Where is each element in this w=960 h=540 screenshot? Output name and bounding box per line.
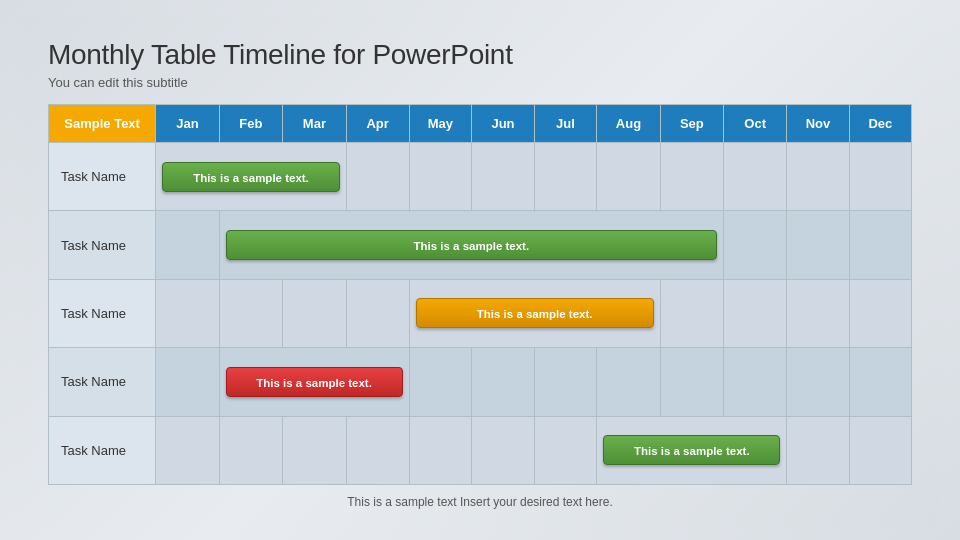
header-month-apr: Apr: [346, 105, 409, 143]
slide-subtitle: You can edit this subtitle: [48, 75, 912, 90]
empty-cell: [409, 143, 472, 211]
table-row: Task Name This is a sample text.: [49, 279, 912, 347]
empty-cell: [660, 279, 723, 347]
header-month-aug: Aug: [597, 105, 660, 143]
task-label: Task Name: [49, 211, 156, 279]
empty-cell: [849, 143, 911, 211]
empty-cell: [849, 416, 911, 484]
header-month-jul: Jul: [534, 105, 596, 143]
table-row: Task Name This is a sample text.: [49, 416, 912, 484]
bar-cell[interactable]: This is a sample text.: [409, 279, 660, 347]
empty-cell: [787, 348, 849, 416]
empty-cell: [534, 143, 596, 211]
empty-cell: [156, 348, 219, 416]
empty-cell: [849, 211, 911, 279]
empty-cell: [472, 143, 535, 211]
timeline-table: Sample Text Jan Feb Mar Apr May Jun Jul …: [48, 104, 912, 485]
empty-cell: [787, 143, 849, 211]
gantt-bar[interactable]: This is a sample text.: [226, 230, 717, 260]
slide-title: Monthly Table Timeline for PowerPoint: [48, 39, 912, 71]
bar-cell[interactable]: This is a sample text.: [156, 143, 346, 211]
empty-cell: [724, 348, 787, 416]
empty-cell: [724, 211, 787, 279]
empty-cell: [472, 416, 535, 484]
header-month-oct: Oct: [724, 105, 787, 143]
empty-cell: [660, 348, 723, 416]
gantt-bar[interactable]: This is a sample text.: [603, 435, 780, 465]
bar-cell[interactable]: This is a sample text.: [219, 211, 723, 279]
empty-cell: [597, 143, 660, 211]
header-label: Sample Text: [49, 105, 156, 143]
task-label: Task Name: [49, 279, 156, 347]
footer-text: This is a sample text Insert your desire…: [48, 495, 912, 509]
empty-cell: [156, 279, 219, 347]
task-label: Task Name: [49, 348, 156, 416]
empty-cell: [409, 348, 472, 416]
empty-cell: [787, 211, 849, 279]
empty-cell: [156, 211, 219, 279]
empty-cell: [346, 279, 409, 347]
empty-cell: [534, 348, 596, 416]
header-month-mar: Mar: [283, 105, 347, 143]
header-month-may: May: [409, 105, 472, 143]
empty-cell: [724, 143, 787, 211]
table-row: Task Name This is a sample text.: [49, 143, 912, 211]
empty-cell: [283, 279, 347, 347]
table-row: Task Name This is a sample text.: [49, 211, 912, 279]
empty-cell: [219, 416, 283, 484]
empty-cell: [346, 143, 409, 211]
header-month-sep: Sep: [660, 105, 723, 143]
empty-cell: [787, 279, 849, 347]
gantt-bar[interactable]: This is a sample text.: [162, 162, 339, 192]
header-month-nov: Nov: [787, 105, 849, 143]
bar-cell[interactable]: This is a sample text.: [597, 416, 787, 484]
header-month-jan: Jan: [156, 105, 219, 143]
gantt-bar[interactable]: This is a sample text.: [416, 298, 654, 328]
header-month-feb: Feb: [219, 105, 283, 143]
empty-cell: [660, 143, 723, 211]
empty-cell: [283, 416, 347, 484]
empty-cell: [156, 416, 219, 484]
task-label: Task Name: [49, 143, 156, 211]
empty-cell: [409, 416, 472, 484]
empty-cell: [472, 348, 535, 416]
header-month-dec: Dec: [849, 105, 911, 143]
task-label: Task Name: [49, 416, 156, 484]
slide: Monthly Table Timeline for PowerPoint Yo…: [20, 15, 940, 525]
empty-cell: [597, 348, 660, 416]
empty-cell: [534, 416, 596, 484]
table-row: Task Name This is a sample text.: [49, 348, 912, 416]
bar-cell[interactable]: This is a sample text.: [219, 348, 409, 416]
empty-cell: [346, 416, 409, 484]
header-row: Sample Text Jan Feb Mar Apr May Jun Jul …: [49, 105, 912, 143]
empty-cell: [849, 279, 911, 347]
empty-cell: [787, 416, 849, 484]
gantt-bar[interactable]: This is a sample text.: [226, 367, 403, 397]
empty-cell: [219, 279, 283, 347]
empty-cell: [724, 279, 787, 347]
header-month-jun: Jun: [472, 105, 535, 143]
empty-cell: [849, 348, 911, 416]
